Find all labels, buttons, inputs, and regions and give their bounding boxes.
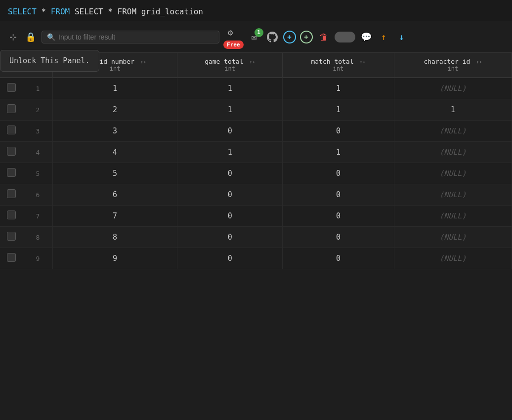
table-row: 6600(NULL) [0,184,512,206]
row-checkbox[interactable] [7,253,16,262]
scroll-down-icon[interactable]: ↓ [395,30,409,44]
cell-game-total: 1 [177,142,283,163]
row-number: 3 [23,121,53,142]
cell-grid-number: 1 [53,78,177,99]
cell-match-total: 1 [283,78,394,99]
cell-match-total: 0 [283,163,394,184]
table-row: 4411(NULL) [0,142,512,163]
move-icon[interactable]: ⊹ [6,30,20,44]
data-table: * grid_number ⬆⬇ int game_total ⬆⬇ int m [0,53,512,269]
mail-icon-wrapper: ✉ 1 [248,30,261,44]
row-number: 6 [23,184,53,206]
row-number: 5 [23,163,53,184]
filter-input[interactable] [58,33,214,41]
cell-game-total: 0 [177,163,283,184]
cell-game-total: 0 [177,184,283,206]
cell-match-total: 1 [283,99,394,121]
toggle-switch[interactable] [335,32,355,42]
row-checkbox[interactable] [7,189,16,198]
cell-character-id: (NULL) [394,78,512,99]
row-number: 9 [23,248,53,269]
row-number: 7 [23,206,53,227]
row-number: 1 [23,78,53,99]
cell-grid-number: 6 [53,184,177,206]
toolbar: ⊹ 🔒 🔍 ⚙ Free ✉ 1 + + 🗑 💬 ↑ ↓ Unlock This… [0,21,512,53]
cell-match-total: 0 [283,227,394,248]
lock-icon[interactable]: 🔒 [24,30,38,44]
cell-character-id: (NULL) [394,142,512,163]
row-number: 2 [23,99,53,121]
row-number: 4 [23,142,53,163]
cell-grid-number: 5 [53,163,177,184]
table-row: 8800(NULL) [0,227,512,248]
add-circle-icon[interactable]: + [283,31,296,43]
add-circle-2-icon[interactable]: + [300,31,313,43]
cell-game-total: 0 [177,206,283,227]
cell-character-id: 1 [394,99,512,121]
cell-character-id: (NULL) [394,227,512,248]
row-checkbox[interactable] [7,104,16,113]
cell-grid-number: 3 [53,121,177,142]
cell-match-total: 0 [283,248,394,269]
github-icon[interactable] [265,30,279,44]
table-row: 1111(NULL) [0,78,512,99]
table-wrapper: * grid_number ⬆⬇ int game_total ⬆⬇ int m [0,53,512,420]
row-checkbox[interactable] [7,147,16,156]
cell-grid-number: 4 [53,142,177,163]
table-row: 3300(NULL) [0,121,512,142]
settings-icon-wrapper: ⚙ Free [223,25,244,48]
cell-character-id: (NULL) [394,163,512,184]
search-icon: 🔍 [47,33,55,41]
cell-match-total: 1 [283,142,394,163]
table-row: 7700(NULL) [0,206,512,227]
cell-character-id: (NULL) [394,184,512,206]
table-row: 9900(NULL) [0,248,512,269]
cell-character-id: (NULL) [394,248,512,269]
table-row: 22111 [0,99,512,121]
cell-character-id: (NULL) [394,206,512,227]
cell-character-id: (NULL) [394,121,512,142]
col-character-id[interactable]: character_id ⬆⬇ int [394,53,512,78]
row-checkbox[interactable] [7,168,16,177]
cell-grid-number: 8 [53,227,177,248]
search-box: 🔍 [42,31,219,43]
cell-grid-number: 9 [53,248,177,269]
comment-icon[interactable]: 💬 [359,30,373,44]
row-checkbox[interactable] [7,83,16,92]
col-game-total[interactable]: game_total ⬆⬇ int [177,53,283,78]
cell-grid-number: 2 [53,99,177,121]
table-row: 5500(NULL) [0,163,512,184]
cell-match-total: 0 [283,184,394,206]
row-checkbox[interactable] [7,232,16,241]
sql-from: FROM [51,7,70,16]
unlock-tooltip: Unlock This Panel. [0,50,99,72]
sql-select: SELECT [8,7,37,16]
cell-match-total: 0 [283,206,394,227]
sql-header: SELECT * FROM SELECT * FROM grid_locatio… [0,0,512,21]
delete-icon[interactable]: 🗑 [317,30,331,44]
cell-game-total: 0 [177,227,283,248]
col-match-total[interactable]: match_total ⬆⬇ int [283,53,394,78]
cell-game-total: 1 [177,99,283,121]
free-badge: Free [223,41,244,49]
cell-game-total: 0 [177,248,283,269]
settings-icon[interactable]: ⚙ [223,25,237,39]
sql-table-name: SELECT * FROM grid_location [75,7,203,16]
row-checkbox[interactable] [7,210,16,219]
notification-badge: 1 [255,28,263,37]
cell-grid-number: 7 [53,206,177,227]
cell-game-total: 1 [177,78,283,99]
cell-game-total: 0 [177,121,283,142]
row-number: 8 [23,227,53,248]
cell-match-total: 0 [283,121,394,142]
scroll-up-icon[interactable]: ↑ [377,30,391,44]
row-checkbox[interactable] [7,126,16,134]
